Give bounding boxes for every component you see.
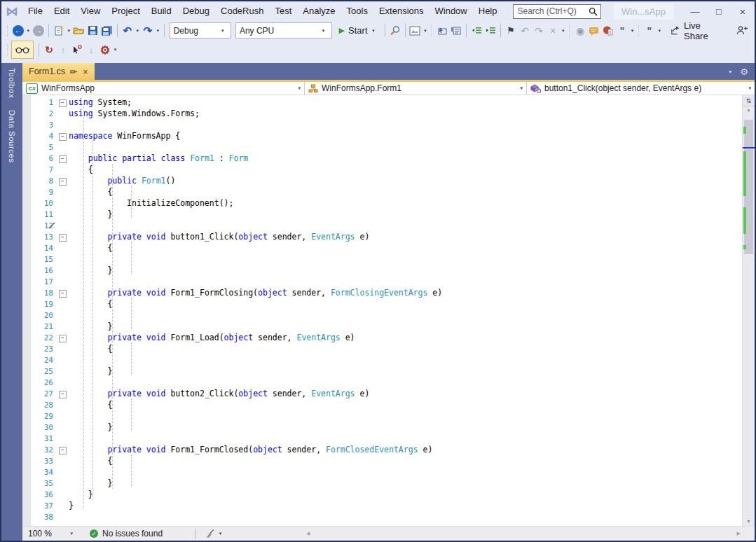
toolbar-grip[interactable]: [568, 25, 571, 36]
menu-coderush[interactable]: CodeRush: [215, 1, 269, 21]
redo-button[interactable]: ↷: [141, 23, 155, 39]
code-line[interactable]: 32− private void Form1_FormClosed(object…: [31, 444, 742, 455]
close-button[interactable]: ×: [731, 1, 755, 21]
navigate-to-button[interactable]: [408, 23, 422, 39]
completion-mode-button[interactable]: [435, 23, 449, 39]
embed-comment-dropdown[interactable]: ▾: [657, 23, 663, 39]
code-editor[interactable]: 1−using System;2using System.Windows.For…: [22, 95, 755, 527]
fold-collapse-box[interactable]: −: [59, 447, 67, 454]
new-project-button[interactable]: [52, 23, 66, 39]
menu-view[interactable]: View: [75, 1, 106, 21]
zoom-selector[interactable]: 100 % ▾: [22, 529, 78, 538]
new-project-dropdown[interactable]: ▾: [66, 23, 72, 39]
issue-annotation-button[interactable]: !: [601, 23, 615, 39]
code-line[interactable]: 17: [31, 276, 742, 287]
code-line[interactable]: 14 {: [31, 242, 742, 253]
code-line[interactable]: 31: [31, 433, 742, 444]
undo-dropdown[interactable]: ▾: [135, 23, 141, 39]
coderush-visualize-button[interactable]: [11, 41, 34, 59]
vertical-scrollbar[interactable]: ⇅ ▲ ▼: [742, 95, 755, 527]
code-line[interactable]: 20: [31, 310, 742, 321]
solution-platform-combo[interactable]: Any CPU ▾: [235, 22, 332, 39]
code-line[interactable]: 34: [31, 466, 742, 478]
menu-tools[interactable]: Tools: [341, 1, 373, 21]
horizontal-scrollbar[interactable]: [310, 529, 736, 538]
hscroll-right-arrow[interactable]: ▶: [737, 531, 741, 536]
project-dropdown[interactable]: C# WinFormsApp ▾: [22, 82, 305, 95]
cursor-marker-button[interactable]: [70, 42, 84, 57]
type-dropdown[interactable]: WinFormsApp.Form1 ▾: [305, 82, 527, 95]
undo-button[interactable]: ↶: [121, 23, 135, 39]
solution-configuration-combo[interactable]: Debug ▾: [170, 22, 231, 39]
code-line[interactable]: 28 {: [31, 399, 742, 410]
code-line[interactable]: 10 InitializeComponent();: [31, 197, 742, 209]
code-line[interactable]: 13− private void button1_Click(object se…: [31, 231, 742, 242]
navigate-down-button[interactable]: ↓: [84, 42, 98, 57]
search-input[interactable]: Search (Ctrl+Q): [513, 4, 601, 19]
code-line[interactable]: 19 {: [31, 298, 742, 310]
previous-bookmark-button[interactable]: ↶: [518, 23, 532, 39]
increase-indent-button[interactable]: [483, 23, 497, 39]
code-line[interactable]: 30 }: [31, 422, 742, 433]
fold-collapse-box[interactable]: −: [59, 391, 67, 398]
scroll-down-arrow[interactable]: ▼: [743, 519, 755, 524]
scroll-up-arrow[interactable]: ▲: [743, 107, 755, 112]
start-debugging-button[interactable]: ▶ Start ▾: [336, 23, 380, 39]
code-line[interactable]: 22− private void Form1_Load(object sende…: [31, 332, 742, 343]
menu-debug[interactable]: Debug: [177, 1, 215, 21]
indicator-margin[interactable]: [22, 95, 31, 527]
navigate-back-button[interactable]: ←: [11, 23, 25, 39]
save-button[interactable]: [86, 23, 100, 39]
code-line[interactable]: 8− public Form1(): [31, 175, 742, 186]
navigate-to-dropdown[interactable]: ▾: [422, 23, 428, 39]
embed-quote-dropdown[interactable]: ▾: [629, 23, 635, 39]
tab-list-dropdown[interactable]: ▾: [729, 69, 731, 75]
code-line[interactable]: 21 }: [31, 321, 742, 332]
fold-collapse-box[interactable]: −: [59, 234, 67, 242]
code-line[interactable]: 9 {: [31, 186, 742, 197]
side-tab-data-sources[interactable]: Data Sources: [8, 110, 16, 163]
code-line[interactable]: 37}: [31, 500, 742, 511]
code-line[interactable]: 5: [31, 141, 742, 153]
tab-form1-cs[interactable]: Form1.cs ×: [22, 63, 95, 80]
menu-window[interactable]: Window: [429, 1, 473, 21]
embed-quote-button[interactable]: ": [615, 23, 629, 39]
embed-comment-button[interactable]: ": [642, 23, 657, 39]
fold-collapse-box[interactable]: −: [59, 335, 67, 342]
comment-button[interactable]: [587, 23, 601, 39]
redo-dropdown[interactable]: ▾: [155, 23, 161, 39]
menu-help[interactable]: Help: [473, 1, 503, 21]
code-line[interactable]: 15: [31, 253, 742, 265]
member-dropdown[interactable]: button1_Click(object sender, EventArgs e…: [527, 82, 755, 95]
toolbar-grip[interactable]: [6, 25, 9, 36]
toggle-bookmark-button[interactable]: ⚑: [504, 23, 518, 39]
navigate-forward-button[interactable]: →: [32, 23, 46, 39]
code-line[interactable]: 29: [31, 410, 742, 422]
code-line[interactable]: 16 }: [31, 265, 742, 276]
coderush-options-button[interactable]: ⚙: [98, 42, 112, 57]
menu-test[interactable]: Test: [269, 1, 297, 21]
menu-project[interactable]: Project: [106, 1, 145, 21]
document-health-indicator[interactable]: ✓ No issues found: [90, 529, 163, 538]
tab-options-gear-icon[interactable]: ⚙: [740, 67, 748, 77]
code-line[interactable]: 3: [31, 119, 742, 130]
code-line[interactable]: 2using System.Windows.Forms;: [31, 108, 742, 119]
menu-edit[interactable]: Edit: [48, 1, 75, 21]
code-line[interactable]: 18− private void Form1_FormClosing(objec…: [31, 287, 742, 298]
open-file-button[interactable]: [72, 23, 86, 39]
maximize-button[interactable]: □: [707, 1, 731, 21]
code-line[interactable]: 35 }: [31, 478, 742, 489]
code-line[interactable]: 24: [31, 354, 742, 366]
code-line[interactable]: 11 }: [31, 209, 742, 220]
code-line[interactable]: 33 {: [31, 455, 742, 466]
pin-icon[interactable]: [70, 68, 78, 76]
breakpoint-settings-button[interactable]: ◉: [573, 23, 587, 39]
toolbar-grip[interactable]: [638, 25, 640, 36]
toolbar-grip[interactable]: [6, 44, 9, 55]
code-line[interactable]: 6− public partial class Form1 : Form: [31, 153, 742, 164]
menu-build[interactable]: Build: [146, 1, 177, 21]
code-line[interactable]: 1−using System;: [31, 97, 742, 108]
code-line[interactable]: 25 }: [31, 366, 742, 377]
next-bookmark-button[interactable]: ↷: [532, 23, 546, 39]
menu-extensions[interactable]: Extensions: [373, 1, 429, 21]
